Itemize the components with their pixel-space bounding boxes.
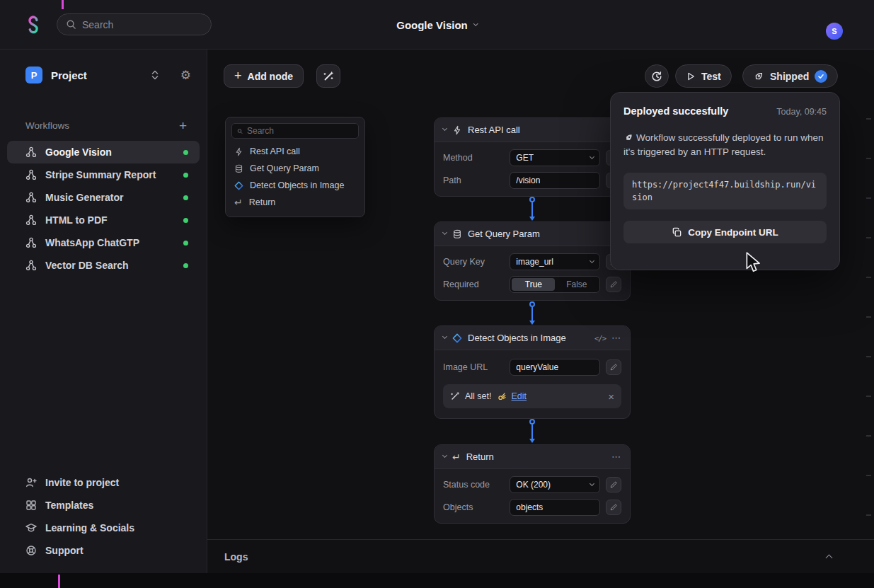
node-return[interactable]: ↵ Return ⋯ Status code OK (200) Objects …: [434, 444, 631, 524]
more-options-icon[interactable]: ⋯: [611, 333, 621, 342]
templates-item[interactable]: Templates: [0, 494, 207, 517]
image-url-tag[interactable]: queryValue: [510, 359, 600, 376]
edit-pencil-icon[interactable]: [606, 477, 621, 492]
palette-item-get-query-param[interactable]: Get Query Param: [231, 160, 359, 177]
code-icon[interactable]: </>: [594, 334, 606, 342]
node-header[interactable]: Rest API call: [435, 118, 630, 142]
collapse-chevron-icon[interactable]: [442, 334, 447, 339]
copy-endpoint-button[interactable]: Copy Endpoint URL: [623, 221, 827, 243]
chevron-down-icon: [590, 480, 594, 485]
palette-item-return[interactable]: ↵ Return: [231, 194, 359, 211]
status-dot: [183, 218, 188, 223]
node-header[interactable]: ↵ Return ⋯: [435, 445, 630, 469]
node-rest-api-call[interactable]: Rest API call Method GET Path /vision: [434, 117, 631, 197]
ok-hand-emoji: [497, 391, 507, 401]
sidebar-item-vector-db-search[interactable]: Vector DB Search: [7, 254, 200, 277]
wand-icon: [323, 71, 334, 82]
diamond-icon: [234, 181, 243, 190]
database-icon: [452, 229, 462, 239]
node-palette: Rest API call Get Query Param Detect Obj…: [225, 117, 365, 217]
workflow-title-dropdown[interactable]: Google Vision: [396, 0, 478, 50]
palette-item-detect-objects[interactable]: Detect Objects in Image: [231, 177, 359, 194]
chevron-down-icon: [590, 258, 594, 263]
return-icon: ↵: [234, 197, 243, 207]
project-name: Project: [51, 69, 87, 81]
templates-icon: [25, 500, 37, 511]
chevron-down-icon: [473, 21, 478, 25]
history-button[interactable]: [645, 64, 669, 88]
global-search-input[interactable]: [82, 19, 188, 30]
logs-panel-toggle[interactable]: Logs: [207, 539, 874, 573]
status-dot: [183, 263, 188, 268]
toast-title: Deployed succesfully: [623, 105, 728, 117]
history-icon: [651, 71, 662, 82]
palette-search-input[interactable]: [247, 126, 353, 136]
sidebar-item-stripe-summary-report[interactable]: Stripe Summary Report: [7, 163, 200, 186]
close-icon[interactable]: ×: [608, 391, 614, 402]
workflow-icon: [25, 146, 37, 158]
workflow-label: WhatsApp ChatGTP: [45, 237, 139, 248]
connector: [529, 197, 536, 221]
collapse-chevron-icon[interactable]: [442, 126, 447, 131]
invite-to-project-item[interactable]: Invite to project: [0, 471, 207, 494]
required-toggle[interactable]: True False: [510, 276, 600, 293]
invite-icon: [25, 477, 37, 488]
edit-link[interactable]: Edit: [512, 391, 527, 401]
palette-item-rest-api-call[interactable]: Rest API call: [231, 143, 359, 160]
sidebar-item-google-vision[interactable]: Google Vision: [7, 141, 200, 163]
shipped-button[interactable]: Shipped: [742, 64, 838, 88]
sidebar-item-music-generator[interactable]: Music Generator: [7, 186, 200, 209]
query-key-select[interactable]: image_url: [510, 253, 600, 270]
more-options-icon[interactable]: ⋯: [611, 452, 621, 461]
add-node-button[interactable]: + Add node: [224, 64, 304, 88]
toggle-option-true[interactable]: True: [512, 278, 555, 291]
edit-pencil-icon[interactable]: [606, 500, 621, 515]
sidebar-item-whatsapp-chatgtp[interactable]: WhatsApp ChatGTP: [7, 231, 200, 254]
database-icon: [234, 164, 243, 173]
project-selector[interactable]: P Project ⚙: [25, 61, 191, 89]
test-button[interactable]: Test: [675, 64, 732, 88]
wand-icon: [450, 391, 460, 401]
bolt-icon: [452, 125, 462, 135]
toggle-option-false[interactable]: False: [555, 278, 598, 291]
workflows-heading: Workflows: [25, 120, 69, 131]
ai-wand-button[interactable]: [316, 64, 340, 88]
node-header[interactable]: Get Query Param </>: [435, 222, 630, 246]
learning-icon: [25, 522, 37, 534]
status-code-select[interactable]: OK (200): [510, 476, 600, 493]
screen-marker-bottom: [58, 575, 60, 588]
return-icon: ↵: [452, 452, 461, 462]
path-input[interactable]: /vision: [510, 172, 600, 189]
collapse-chevron-icon[interactable]: [442, 453, 447, 458]
status-dot: [183, 150, 188, 155]
project-switcher-icon[interactable]: [151, 69, 159, 81]
diamond-icon: [452, 333, 462, 343]
node-header[interactable]: Detect Objects in Image </> ⋯: [435, 326, 630, 350]
support-item[interactable]: Support: [0, 539, 207, 562]
palette-search[interactable]: [231, 123, 359, 139]
rocket-icon: [753, 71, 764, 82]
endpoint-url[interactable]: https://project4f47.buildship.run/vision: [623, 173, 827, 209]
add-workflow-button[interactable]: +: [179, 119, 187, 132]
node-detect-objects[interactable]: Detect Objects in Image </> ⋯ Image URL …: [434, 325, 631, 419]
edit-pencil-icon[interactable]: [606, 359, 621, 375]
workflow-label: HTML to PDF: [45, 214, 108, 226]
workflow-icon: [25, 214, 37, 226]
node-get-query-param[interactable]: Get Query Param </> Query Key image_url …: [434, 221, 631, 301]
play-icon: [686, 71, 696, 81]
buildship-logo[interactable]: [24, 16, 42, 34]
bottom-strip: [0, 573, 874, 588]
user-avatar[interactable]: S: [826, 23, 843, 40]
sidebar-item-html-to-pdf[interactable]: HTML to PDF: [7, 209, 200, 231]
settings-gear-icon[interactable]: ⚙: [180, 69, 191, 81]
global-search[interactable]: [57, 13, 212, 35]
learning-socials-item[interactable]: Learning & Socials: [0, 517, 207, 539]
sidebar-footer: Invite to project Templates Learning & S…: [0, 471, 207, 562]
objects-tag[interactable]: objects: [510, 499, 600, 516]
collapse-chevron-icon[interactable]: [442, 230, 447, 235]
method-select[interactable]: GET: [510, 149, 600, 166]
workflow-title: Google Vision: [396, 19, 468, 31]
status-dot: [183, 241, 188, 246]
edit-pencil-icon[interactable]: [606, 277, 621, 292]
workflow-icon: [25, 169, 37, 180]
